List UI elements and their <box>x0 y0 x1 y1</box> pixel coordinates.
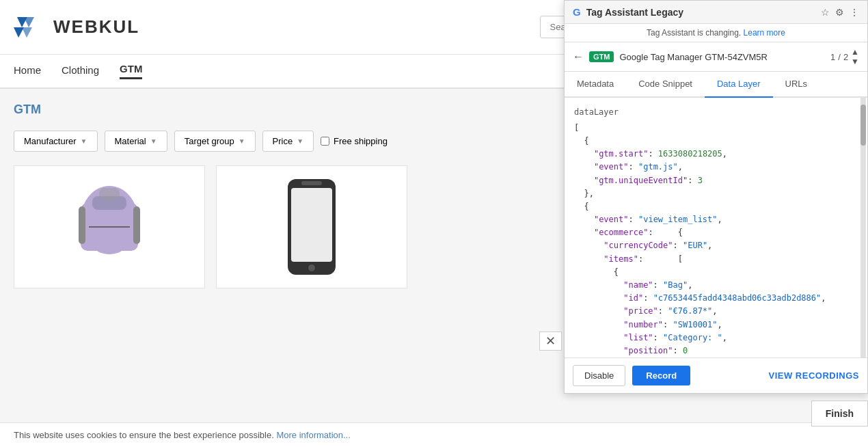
svg-marker-2 <box>14 27 24 38</box>
datalayer-scrollbar[interactable] <box>860 98 866 302</box>
svg-point-14 <box>308 265 315 271</box>
tab-metadata[interactable]: Metadata <box>565 72 626 98</box>
logo-area: WEBKUL <box>14 10 139 44</box>
price-filter[interactable]: Price ▼ <box>262 131 314 152</box>
product-card-phone[interactable] <box>216 165 407 288</box>
datalayer-label: dataLayer <box>574 106 858 119</box>
gtm-label: Google Tag Manager GTM-54ZVM5R <box>619 52 825 62</box>
material-chevron-icon: ▼ <box>150 137 157 145</box>
nav-separator: / <box>838 52 841 62</box>
target-group-filter[interactable]: Target group ▼ <box>174 131 256 152</box>
nav-clothing[interactable]: Clothing <box>62 64 99 79</box>
panel-title: Tag Assistant Legacy <box>586 7 815 18</box>
free-shipping-checkbox[interactable] <box>321 137 329 146</box>
gtm-row: ← GTM Google Tag Manager GTM-54ZVM5R 1 /… <box>565 42 867 72</box>
svg-marker-1 <box>24 17 34 27</box>
material-filter[interactable]: Material ▼ <box>105 131 167 152</box>
changing-notice: Tag Assistant is changing. Learn more <box>565 24 867 42</box>
back-button[interactable]: ← <box>573 51 584 63</box>
price-chevron-icon: ▼ <box>297 137 303 145</box>
gtm-badge: GTM <box>589 51 614 62</box>
svg-rect-7 <box>99 188 120 200</box>
panel-icons: ☆ ⚙ ⋮ <box>821 7 859 18</box>
gtm-nav: 1 / 2 ▲ ▼ <box>830 48 859 66</box>
svg-rect-12 <box>291 188 332 262</box>
bag-product-image <box>68 182 150 271</box>
google-g-icon: G <box>573 6 581 18</box>
target-chevron-icon: ▼ <box>239 137 245 145</box>
logo-icon <box>14 10 48 44</box>
svg-marker-3 <box>22 27 32 38</box>
nav-down-arrow[interactable]: ▼ <box>851 57 859 66</box>
datalayer-content[interactable]: dataLayer [ { "gtm.start": 1633080218205… <box>565 98 867 302</box>
nav-gtm[interactable]: GTM <box>120 63 142 79</box>
free-shipping-filter[interactable]: Free shipping <box>321 136 388 146</box>
tab-data-layer[interactable]: Data Layer <box>705 72 773 98</box>
panel-tabs: Metadata Code Snippet Data Layer URLs <box>565 72 867 98</box>
nav-arrows: ▲ ▼ <box>851 48 859 66</box>
tab-code-snippet[interactable]: Code Snippet <box>626 72 705 98</box>
logo-text: WEBKUL <box>53 16 139 38</box>
learn-more-link[interactable]: Learn more <box>744 28 785 38</box>
phone-product-image <box>277 176 346 278</box>
star-icon[interactable]: ☆ <box>821 7 830 18</box>
panel-header: G Tag Assistant Legacy ☆ ⚙ ⋮ <box>565 1 867 24</box>
nav-up-arrow[interactable]: ▲ <box>851 48 859 56</box>
scrollbar-thumb[interactable] <box>860 105 866 146</box>
nav-total: 2 <box>843 52 848 62</box>
tab-urls[interactable]: URLs <box>773 72 820 98</box>
tag-assistant-panel: G Tag Assistant Legacy ☆ ⚙ ⋮ Tag Assista… <box>564 0 868 302</box>
json-content: [ { "gtm.start": 1633080218205, "event":… <box>574 122 858 302</box>
manufacturer-chevron-icon: ▼ <box>81 137 87 145</box>
svg-rect-9 <box>133 206 140 244</box>
manufacturer-filter[interactable]: Manufacturer ▼ <box>14 131 98 152</box>
product-card-bag[interactable] <box>14 165 205 288</box>
svg-rect-13 <box>301 181 322 185</box>
svg-rect-8 <box>79 206 85 244</box>
nav-home[interactable]: Home <box>14 64 41 79</box>
more-icon[interactable]: ⋮ <box>850 7 859 18</box>
nav-current: 1 <box>830 52 835 62</box>
settings-icon[interactable]: ⚙ <box>835 7 844 18</box>
